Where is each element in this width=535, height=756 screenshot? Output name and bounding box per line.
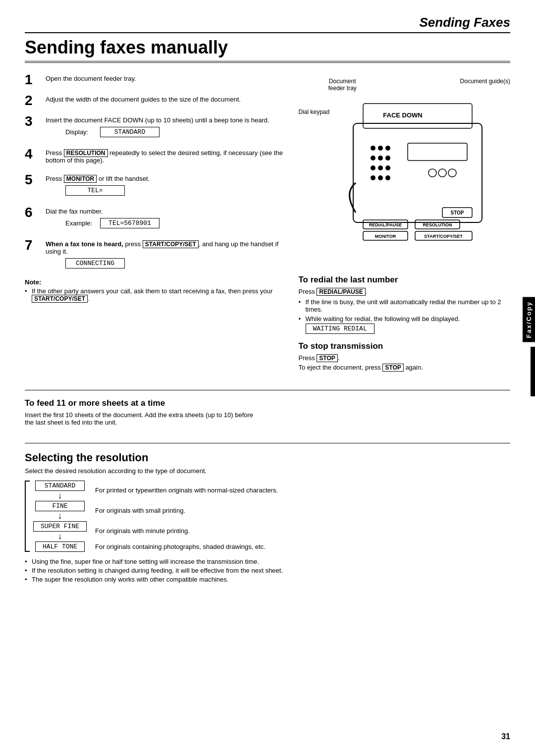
divider-2 [25,443,510,443]
resolution-halftone-desc: For originals containing photographs, sh… [95,543,266,550]
step-4-text: Press RESOLUTION repeatedly to select th… [46,149,284,164]
svg-point-13 [378,175,383,180]
redial-press-label: Press [299,288,317,295]
resolution-arrow-3: ↓ [58,532,62,540]
page: Fax/Copy Sending Faxes Sending faxes man… [0,0,535,756]
resolution-options: STANDARD ↓ For printed or typewritten or… [33,481,278,552]
resolution-table: STANDARD ↓ For printed or typewritten or… [25,481,510,552]
step-5-text: Press MONITOR or lift the handset. [46,175,284,182]
step-3-display-label: Display: [65,128,95,136]
stop-eject-text2: To eject the document, press [299,364,383,371]
resolution-row-halftone: HALF TONE For originals containing photo… [33,541,278,552]
redial-title: To redial the last number [299,275,511,285]
svg-point-12 [371,175,375,180]
resolution-section: Selecting the resolution Select the desi… [25,451,510,583]
resolution-intro: Select the desired resolution according … [25,467,510,475]
svg-point-9 [371,165,375,170]
step-number-7: 7 [25,238,41,252]
svg-point-18 [448,169,456,177]
step-1: 1 Open the document feeder tray. [25,73,284,87]
step-4-text-before: Press [46,149,64,157]
step-4-content: Press RESOLUTION repeatedly to select th… [46,147,284,166]
fax-copy-tab: Fax/Copy [531,347,535,396]
redial-press: Press REDIAL/PAUSE. [299,288,511,295]
diagram-keypad-label: Dial keypad [299,94,330,115]
redial-bullet-1: • If the line is busy, the unit will aut… [299,298,511,313]
stop-key-2: STOP [382,364,403,372]
redial-bullet-2: • While waiting for redial, the followin… [299,315,511,332]
redial-bullet-1-text: If the line is busy, the unit will autom… [306,298,501,313]
svg-point-8 [385,156,390,161]
svg-rect-15 [408,143,467,161]
footer-note-2: If the resolution setting is changed dur… [25,567,510,574]
resolution-row-superfine: SUPER FINE ↓ For originals with minute p… [33,521,278,540]
svg-text:REDIAL/PAUSE: REDIAL/PAUSE [369,222,402,227]
svg-text:MONITOR: MONITOR [375,234,396,239]
side-tab: Fax/Copy [523,297,535,342]
step-7-bold: When a fax tone is heard, [46,240,123,248]
resolution-superfine-desc: For originals with minute printing. [95,527,190,535]
footer-notes: Using the fine, super fine or half tone … [25,558,510,583]
stop-text: Press STOP. [299,354,511,362]
stop-eject-text3: again. [404,364,423,371]
svg-point-4 [378,146,383,151]
svg-point-17 [438,169,446,177]
svg-text:START/COPY/SET: START/COPY/SET [425,234,463,239]
note-key-start: START/COPY/SET [32,295,88,303]
step-number-3: 3 [25,114,41,128]
footer-note-3: The super fine resolution only works wit… [25,576,510,583]
step-number-6: 6 [25,206,41,219]
diagram-column: Documentfeeder tray Document guide(s) Di… [299,73,511,380]
bottom-sections: To feed 11 or more sheets at a time Inse… [25,398,510,435]
step-7-text-before: press [123,240,143,248]
step-6-example-value: TEL=5678901 [100,218,160,228]
step-7-key: START/COPY/SET [143,240,199,248]
note-title: Note: [25,278,284,286]
feed-more-text: Insert the first 10 sheets of the docume… [25,411,260,426]
step-3-text: Insert the document FACE DOWN (up to 10 … [46,116,284,124]
resolution-halftone-value: HALF TONE [35,541,85,552]
note-section: Note: If the other party answers your ca… [25,278,284,302]
step-5-key: MONITOR [64,175,97,183]
step-1-text: Open the document feeder tray. [46,75,284,82]
step-2-content: Adjust the width of the document guides … [46,94,284,105]
stop-press: Press [299,354,317,362]
diagram-guides-label: Document guide(s) [460,78,510,92]
redial-key: REDIAL/PAUSE [317,288,365,296]
bottom-right-placeholder [275,398,510,435]
step-number-5: 5 [25,173,41,187]
steps-column: 1 Open the document feeder tray. 2 Adjus… [25,73,284,380]
step-5-text-before: Press [46,175,64,182]
resolution-standard-left: STANDARD ↓ [33,481,87,500]
step-3-display-value: STANDARD [100,127,160,137]
svg-text:RESOLUTION: RESOLUTION [423,222,452,227]
step-2-text: Adjust the width of the document guides … [46,96,284,103]
feed-more-title: To feed 11 or more sheets at a time [25,398,260,408]
resolution-row-fine: FINE ↓ For originals with small printing… [33,501,278,520]
resolution-fine-value: FINE [35,501,85,511]
step-number-1: 1 [25,73,41,87]
resolution-superfine-value: SUPER FINE [33,521,87,532]
page-number: 31 [501,732,510,741]
chapter-title: Sending Faxes [25,15,510,33]
resolution-standard-desc: For printed or typewritten originals wit… [95,486,278,494]
step-5: 5 Press MONITOR or lift the handset. TEL… [25,173,284,199]
step-7: 7 When a fax tone is heard, press START/… [25,238,284,271]
step-5-content: Press MONITOR or lift the handset. TEL= [46,173,284,199]
redial-bullet-2-text: While waiting for redial, the following … [306,315,460,323]
step-6: 6 Dial the fax number. Example: TEL=5678… [25,206,284,231]
svg-point-16 [428,169,436,177]
svg-point-5 [385,146,390,151]
svg-point-10 [378,165,383,170]
step-number-2: 2 [25,94,41,108]
resolution-arrow-2: ↓ [58,511,62,520]
step-7-display-value: CONNECTING [65,258,125,269]
redial-bullets: • If the line is busy, the unit will aut… [299,298,511,332]
note-item-1: If the other party answers your call, as… [25,287,284,302]
resolution-standard-value: STANDARD [35,481,85,491]
step-4-key: RESOLUTION [64,149,108,157]
footer-note-1: Using the fine, super fine or half tone … [25,558,510,565]
step-5-display-value: TEL= [65,185,125,196]
note-list: If the other party answers your call, as… [25,287,284,302]
feed-more-content: To feed 11 or more sheets at a time Inse… [25,398,260,426]
